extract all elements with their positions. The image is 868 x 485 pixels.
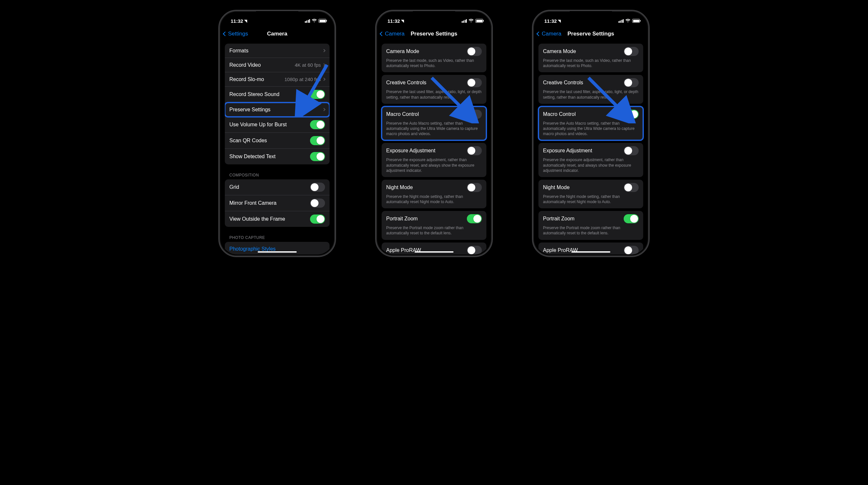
toggle-scan-qr[interactable] xyxy=(310,136,325,145)
settings-list[interactable]: Camera Mode Preserve the last mode, such… xyxy=(378,41,490,254)
row-volume-burst: Use Volume Up for Burst xyxy=(225,117,330,133)
back-label: Settings xyxy=(228,31,248,37)
chevron-right-icon xyxy=(322,49,326,52)
row-preserve-settings[interactable]: Preserve Settings xyxy=(225,102,330,117)
row-formats[interactable]: Formats xyxy=(225,43,330,58)
status-time: 11:32 xyxy=(544,18,557,24)
toggle-view-outside-frame[interactable] xyxy=(310,214,325,223)
toggle-volume-burst[interactable] xyxy=(310,120,325,129)
home-indicator[interactable] xyxy=(258,251,297,252)
back-label: Camera xyxy=(385,31,404,37)
item-camera-mode: Camera Mode Preserve the last mode, such… xyxy=(538,43,643,72)
back-button[interactable]: Settings xyxy=(223,31,248,37)
battery-icon xyxy=(632,19,640,23)
phone-frame-1: 11:32 ◥ Settings Camera Formats xyxy=(218,10,336,257)
location-services-icon: ◥ xyxy=(244,19,247,23)
status-time: 11:32 xyxy=(388,18,400,24)
row-record-stereo: Record Stereo Sound xyxy=(225,87,330,102)
section-header-photo-capture: PHOTO CAPTURE xyxy=(225,230,330,242)
item-exposure-adjustment: Exposure Adjustment Preserve the exposur… xyxy=(382,143,486,177)
toggle-portrait-zoom[interactable] xyxy=(467,214,482,223)
nav-bar: Camera Preserve Settings xyxy=(534,27,647,41)
toggle-apple-proraw[interactable] xyxy=(467,246,482,254)
item-portrait-zoom: Portrait Zoom Preserve the Portrait mode… xyxy=(538,211,643,240)
item-creative-controls: Creative Controls Preserve the last used… xyxy=(538,75,643,103)
item-macro-control: Macro Control Preserve the Auto Macro se… xyxy=(538,107,643,141)
chevron-right-icon xyxy=(322,78,326,81)
battery-icon xyxy=(318,19,326,23)
item-camera-mode: Camera Mode Preserve the last mode, such… xyxy=(382,43,486,72)
row-grid: Grid xyxy=(225,179,330,195)
row-photographic-styles[interactable]: Photographic Styles xyxy=(225,242,330,254)
toggle-camera-mode[interactable] xyxy=(467,47,482,56)
toggle-grid[interactable] xyxy=(310,183,325,192)
item-apple-proraw: Apple ProRAW xyxy=(382,243,486,254)
cellular-signal-icon xyxy=(618,19,624,23)
back-button[interactable]: Camera xyxy=(380,31,404,37)
battery-icon xyxy=(475,19,483,23)
row-detected-text: Show Detected Text xyxy=(225,149,330,164)
notch xyxy=(413,11,455,20)
toggle-exposure-adjustment[interactable] xyxy=(624,146,639,155)
item-night-mode: Night Mode Preserve the Night mode setti… xyxy=(382,180,486,208)
item-portrait-zoom: Portrait Zoom Preserve the Portrait mode… xyxy=(382,211,486,240)
row-view-outside-frame: View Outside the Frame xyxy=(225,211,330,227)
item-macro-control: Macro Control Preserve the Auto Macro se… xyxy=(382,107,486,141)
location-services-icon: ◥ xyxy=(401,19,404,23)
toggle-macro-control[interactable] xyxy=(467,110,482,119)
chevron-right-icon xyxy=(322,108,326,111)
settings-list[interactable]: Formats Record Video 4K at 60 fps Record… xyxy=(221,41,334,254)
toggle-detected-text[interactable] xyxy=(310,152,325,161)
toggle-creative-controls[interactable] xyxy=(467,78,482,87)
notch xyxy=(256,11,298,20)
nav-bar: Settings Camera xyxy=(221,27,334,41)
chevron-left-icon xyxy=(536,32,541,36)
settings-list[interactable]: Camera Mode Preserve the last mode, such… xyxy=(534,41,647,254)
location-services-icon: ◥ xyxy=(558,19,561,23)
row-record-slomo[interactable]: Record Slo-mo 1080p at 240 fps xyxy=(225,72,330,87)
toggle-portrait-zoom[interactable] xyxy=(624,214,639,223)
back-label: Camera xyxy=(542,31,561,37)
phone-frame-3: 11:32 ◥ Camera Preserve Settings Camera … xyxy=(532,10,650,257)
wifi-icon xyxy=(468,19,474,23)
chevron-right-icon xyxy=(322,63,326,67)
toggle-apple-proraw[interactable] xyxy=(624,246,639,254)
wifi-icon xyxy=(312,19,317,23)
row-scan-qr: Scan QR Codes xyxy=(225,133,330,149)
toggle-creative-controls[interactable] xyxy=(624,78,639,87)
cellular-signal-icon xyxy=(462,19,467,23)
toggle-night-mode[interactable] xyxy=(467,183,482,192)
toggle-macro-control[interactable] xyxy=(624,110,639,119)
toggle-mirror-front[interactable] xyxy=(310,199,325,208)
item-apple-proraw: Apple ProRAW xyxy=(538,243,643,254)
toggle-record-stereo[interactable] xyxy=(310,90,325,99)
phone-frame-2: 11:32 ◥ Camera Preserve Settings Camera … xyxy=(375,10,493,257)
cellular-signal-icon xyxy=(305,19,310,23)
nav-bar: Camera Preserve Settings xyxy=(378,27,490,41)
row-record-video[interactable]: Record Video 4K at 60 fps xyxy=(225,58,330,72)
chevron-left-icon xyxy=(380,32,384,36)
item-night-mode: Night Mode Preserve the Night mode setti… xyxy=(538,180,643,208)
section-header-composition: COMPOSITION xyxy=(225,167,330,179)
chevron-left-icon xyxy=(223,32,227,36)
notch xyxy=(570,11,612,20)
status-time: 11:32 xyxy=(231,18,243,24)
item-creative-controls: Creative Controls Preserve the last used… xyxy=(382,75,486,103)
home-indicator[interactable] xyxy=(414,251,454,252)
item-exposure-adjustment: Exposure Adjustment Preserve the exposur… xyxy=(538,143,643,177)
row-mirror-front: Mirror Front Camera xyxy=(225,195,330,211)
toggle-night-mode[interactable] xyxy=(624,183,639,192)
toggle-exposure-adjustment[interactable] xyxy=(467,146,482,155)
wifi-icon xyxy=(625,19,630,23)
toggle-camera-mode[interactable] xyxy=(624,47,639,56)
home-indicator[interactable] xyxy=(571,251,610,252)
back-button[interactable]: Camera xyxy=(537,31,561,37)
